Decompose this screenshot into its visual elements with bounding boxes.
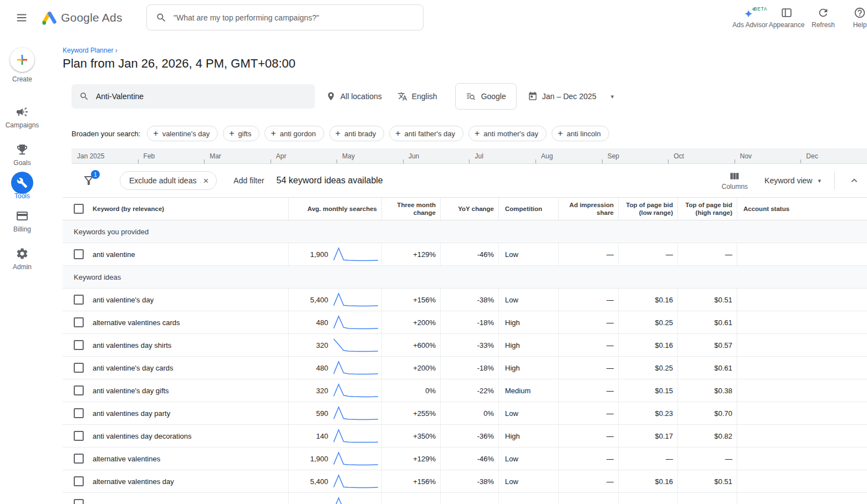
sidebar-item-goals[interactable]: Goals [13, 143, 30, 167]
row-top-of-page-bid-high: $0.70 [677, 402, 737, 424]
ideas-available-count: 54 keyword ideas available [277, 176, 383, 186]
table-row[interactable]: anti valentines day party 590 +255% 0% L… [63, 402, 867, 425]
month-label: Jun [403, 148, 470, 163]
language-selector[interactable]: English [390, 83, 445, 110]
broaden-chip[interactable]: + anti gordon [264, 126, 324, 141]
row-checkbox[interactable] [74, 317, 84, 327]
location-pin-icon [326, 91, 336, 101]
row-searches: 320 [289, 387, 328, 395]
column-header-top-of-page-bid-low[interactable]: Top of page bid (low range) [618, 198, 677, 220]
row-yoy-change: -36% [440, 425, 498, 447]
row-ad-impression-share: — [558, 334, 618, 356]
appearance-button[interactable]: Appearance [768, 7, 805, 29]
row-checkbox[interactable] [74, 363, 84, 373]
main-menu-button[interactable] [16, 12, 28, 24]
table-row[interactable]: alternative valentines cards 480 +200% -… [63, 311, 867, 334]
broaden-chip[interactable]: + anti lincoln [552, 126, 609, 141]
topbar-search-input[interactable]: "What are my top performing campaigns?" [146, 4, 424, 30]
sidebar-item-tools[interactable]: Tools [11, 176, 33, 200]
refresh-button[interactable]: Refresh [805, 7, 842, 29]
plus-icon: + [229, 128, 234, 138]
row-top-of-page-bid-high: — [677, 243, 737, 265]
plus-icon: + [558, 128, 563, 138]
row-ad-impression-share: — [558, 379, 618, 402]
broaden-chip[interactable]: + anti brady [329, 126, 384, 141]
row-checkbox[interactable] [74, 408, 84, 418]
broaden-chip[interactable]: + anti mother's day [468, 126, 547, 141]
row-top-of-page-bid-high: $0.51 [677, 470, 737, 492]
sidebar-item-billing[interactable]: Billing [13, 209, 31, 233]
trend-sparkline [333, 337, 379, 353]
column-header-label: Top of page bid (high range) [682, 201, 732, 217]
filter-chip-exclude-adult[interactable]: Exclude adult ideas × [120, 171, 217, 190]
table-header: Keyword (by relevance) Avg. monthly sear… [63, 197, 867, 220]
close-icon[interactable]: × [203, 176, 208, 186]
row-yoy-change: -18% [440, 311, 498, 333]
sidebar-item-label: Admin [13, 263, 32, 271]
row-yoy-change: -22% [440, 379, 498, 402]
row-checkbox[interactable] [74, 249, 84, 259]
table-row[interactable]: anti valentine's day 5,400 +156% -38% Lo… [63, 289, 867, 311]
row-top-of-page-bid-low: $0.25 [618, 311, 677, 333]
help-button[interactable]: Help [842, 7, 867, 29]
select-all-checkbox[interactable] [74, 204, 84, 214]
table-row[interactable]: anti valentines day decorations 140 +350… [63, 425, 867, 448]
row-yoy-change: 0% [440, 402, 498, 424]
column-header-ad-impression-share[interactable]: Ad impression share [558, 198, 618, 220]
row-checkbox[interactable] [74, 385, 84, 395]
breadcrumb-link[interactable]: Keyword Planner [63, 47, 113, 54]
row-checkbox[interactable] [74, 454, 84, 464]
sidebar-item-campaigns[interactable]: Campaigns [6, 105, 39, 129]
date-range-selector[interactable]: Jan – Dec 2025 ▾ [520, 83, 622, 110]
row-ad-impression-share [558, 493, 618, 504]
keyword-view-selector[interactable]: Keyword view ▾ [764, 176, 821, 185]
location-selector[interactable]: All locations [318, 83, 390, 110]
section-header-row: Keywords you provided [63, 220, 867, 243]
column-header-account-status[interactable]: Account status [737, 198, 867, 220]
column-header-avg-monthly-searches[interactable]: Avg. monthly searches [288, 198, 381, 220]
table-row[interactable]: anti valentines day shirts 320 +600% -33… [63, 334, 867, 357]
broaden-chip[interactable]: + anti father's day [389, 126, 463, 141]
table-row[interactable]: anti valentine's day gifts 320 0% -22% M… [63, 379, 867, 402]
broaden-chip[interactable]: + gifts [223, 126, 259, 141]
row-checkbox[interactable] [74, 431, 84, 441]
network-selector[interactable]: Google [455, 83, 517, 110]
table-row-partial[interactable] [63, 493, 867, 504]
month-label: Feb [138, 148, 205, 163]
column-header-top-of-page-bid-high[interactable]: Top of page bid (high range) [677, 198, 737, 220]
table-row[interactable]: anti valentine's day cards 480 +200% -18… [63, 357, 867, 379]
collapse-panel-button[interactable] [848, 174, 860, 187]
row-checkbox[interactable] [74, 476, 84, 486]
row-ad-impression-share: — [558, 243, 618, 265]
create-button[interactable] [10, 48, 34, 72]
sidebar-item-admin[interactable]: Admin [13, 247, 32, 271]
columns-button[interactable]: Columns [722, 171, 748, 191]
filter-button[interactable]: 1 [82, 174, 95, 187]
row-top-of-page-bid-low: $0.16 [618, 289, 677, 311]
column-header-yoy-change[interactable]: YoY change [440, 198, 498, 220]
action-label: Ads Advisor [732, 21, 767, 29]
sidebar-item-create[interactable]: Create [10, 48, 34, 83]
chip-label: anti gordon [280, 130, 316, 138]
google-ads-logo[interactable]: Google Ads [41, 9, 123, 26]
table-row[interactable]: alternative valentines 1,900 +129% -46% … [63, 448, 867, 470]
broaden-search-row: Broaden your search: + valentine's day +… [72, 125, 867, 142]
broaden-chip[interactable]: + valentine's day [147, 126, 218, 141]
column-header-three-month-change[interactable]: Three month change [381, 198, 440, 220]
table-row[interactable]: alternative valentines day 5,400 +156% -… [63, 470, 867, 493]
keyword-search-input[interactable]: Anti-Valentine [72, 84, 315, 109]
row-checkbox[interactable] [74, 340, 84, 350]
row-checkbox[interactable] [74, 499, 84, 504]
column-header-keyword[interactable]: Keyword (by relevance) [63, 198, 288, 220]
table-row[interactable]: anti valentine 1,900 +129% -46% Low — — … [63, 243, 867, 266]
admin-gear-icon [16, 247, 29, 260]
column-header-competition[interactable]: Competition [498, 198, 558, 220]
row-three-month-change: +156% [381, 289, 440, 311]
row-checkbox[interactable] [74, 295, 84, 305]
row-account-status [737, 448, 867, 470]
row-keyword: anti valentines day shirts [93, 341, 171, 349]
ads-advisor-button[interactable]: BETA Ads Advisor [732, 7, 768, 29]
add-filter-button[interactable]: Add filter [233, 176, 264, 185]
location-value: All locations [340, 92, 382, 101]
row-account-status [737, 402, 867, 424]
